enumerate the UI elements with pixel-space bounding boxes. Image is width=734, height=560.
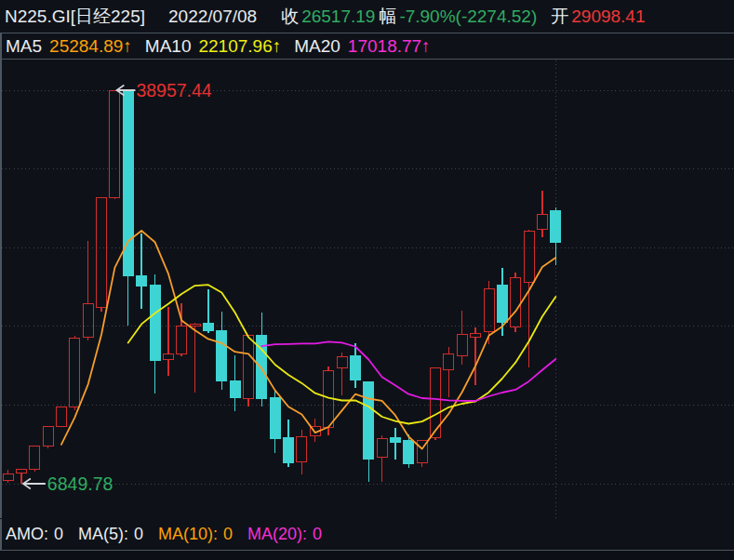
high-annotation-label: 38957.44 <box>136 80 211 100</box>
low-annotation-label: 6849.78 <box>47 473 113 494</box>
candle-up <box>537 215 547 230</box>
vol-ma20-value: 0 <box>313 525 322 544</box>
ma5-label: MA5 <box>6 36 42 57</box>
candle-up <box>30 447 40 470</box>
chart-area[interactable]: 38957.446849.78 <box>0 60 734 519</box>
symbol-name: N225.GI[日经225] <box>5 5 145 29</box>
candle-down <box>270 397 280 438</box>
candle-up <box>457 335 467 356</box>
candle-up <box>177 326 187 353</box>
change-value: -7.90%(-2274.52) <box>399 7 537 27</box>
vol-ma5-label: MA(5): <box>78 525 128 544</box>
candle-up <box>190 325 200 327</box>
ma20-value: 17018.77↑ <box>348 36 431 57</box>
candle-up <box>3 473 13 480</box>
candle-up <box>377 438 387 458</box>
quote-header: N225.GI[日经225] 2022/07/08 收 26517.19 幅 -… <box>0 0 734 33</box>
candle-down <box>150 286 160 360</box>
candle-down <box>350 355 360 380</box>
ma5-line <box>61 231 555 449</box>
stock-chart-app: N225.GI[日经225] 2022/07/08 收 26517.19 幅 -… <box>0 0 734 560</box>
close-value: 26517.19 <box>301 7 375 27</box>
candle-up <box>110 91 120 198</box>
vol-ma5-value: 0 <box>134 525 143 544</box>
candle-up <box>444 353 454 369</box>
candle-up <box>83 303 93 337</box>
ma20-label: MA20 <box>294 36 340 57</box>
candlestick-chart[interactable]: 38957.446849.78 <box>0 60 734 519</box>
ma10-label: MA10 <box>145 36 192 57</box>
bottom-spacer <box>0 551 734 560</box>
candle-up <box>244 336 254 399</box>
quote-date: 2022/07/08 <box>168 7 257 27</box>
candle-up <box>43 426 53 446</box>
candle-down <box>203 324 213 331</box>
candle-down <box>497 285 507 322</box>
ma10-value: 22107.96↑ <box>198 36 281 57</box>
amo-label: AMO: <box>6 525 48 544</box>
vol-ma10-label: MA(10): <box>158 525 218 544</box>
candle-up <box>471 333 481 337</box>
ma5-value: 25284.89↑ <box>49 36 132 57</box>
candle-up <box>524 232 534 282</box>
candle-up <box>97 198 107 308</box>
candle-down <box>364 382 374 460</box>
open-value: 29098.41 <box>571 7 645 27</box>
candle-down <box>551 211 561 243</box>
candle-down <box>137 275 147 286</box>
close-label: 收 <box>281 5 299 29</box>
amo-value: 0 <box>54 525 63 544</box>
change-label: 幅 <box>379 5 396 29</box>
candle-down <box>230 380 240 398</box>
candle-down <box>217 330 227 380</box>
candle-up <box>56 407 66 427</box>
vol-ma10-value: 0 <box>223 525 233 544</box>
vol-ma20-label: MA(20): <box>247 525 307 544</box>
ma20-line <box>261 341 555 401</box>
ma-header: MA5 25284.89↑ MA10 22107.96↑ MA20 17018.… <box>0 33 734 60</box>
candle-up <box>511 278 521 327</box>
candle-up <box>484 288 494 331</box>
candle-down <box>404 441 414 464</box>
candle-up <box>163 354 173 360</box>
candle-down <box>284 437 294 462</box>
candle-up <box>297 437 307 461</box>
open-label: 开 <box>551 5 568 29</box>
candle-up <box>70 339 80 407</box>
indicator-bar: AMO: 0 MA(5): 0 MA(10): 0 MA(20): 0 <box>0 519 734 551</box>
candle-up <box>16 470 26 473</box>
candle-up <box>337 356 347 367</box>
candle-down <box>390 438 400 443</box>
